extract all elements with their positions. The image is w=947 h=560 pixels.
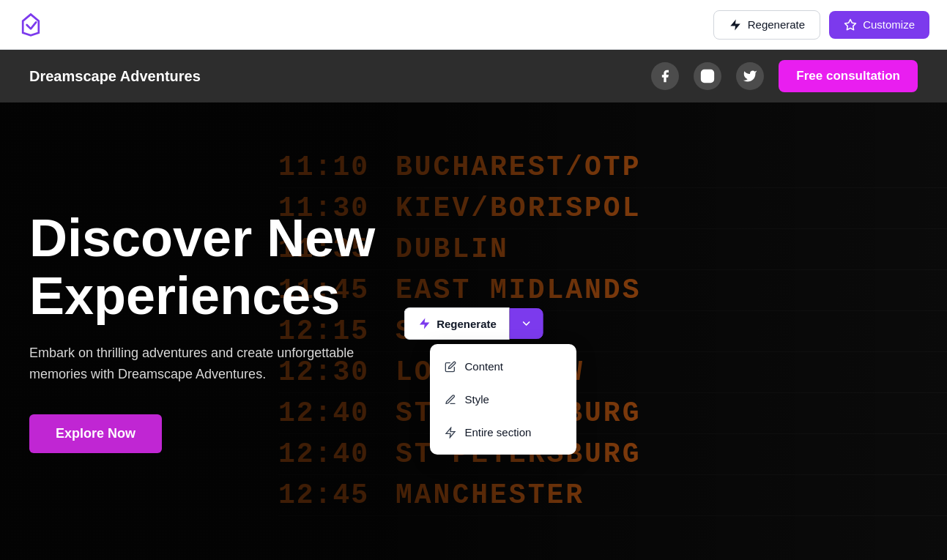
regenerate-button[interactable]: Regenerate (713, 10, 820, 40)
dropdown-item-style[interactable]: Style (430, 383, 576, 416)
dropdown-item-entire-section[interactable]: Entire section (430, 416, 576, 449)
twitter-icon (743, 69, 757, 83)
svg-marker-5 (446, 428, 455, 437)
free-consultation-button[interactable]: Free consultation (779, 60, 918, 92)
hero-subtitle: Embark on thrilling adventures and creat… (29, 343, 381, 385)
dropdown-item-style-label: Style (465, 393, 489, 406)
hero-section: 11:10 BUCHAREST/OTP 11:30 KIEV/BORISPOL … (0, 102, 947, 560)
dropdown-item-content[interactable]: Content (430, 350, 576, 383)
regen-main-button[interactable]: Regenerate (404, 307, 510, 340)
svg-point-2 (705, 74, 710, 79)
regen-label: Regenerate (437, 318, 497, 330)
lightning-icon (445, 427, 456, 438)
facebook-icon (658, 69, 672, 83)
twitter-link[interactable] (736, 62, 764, 90)
regen-chevron-button[interactable] (510, 308, 543, 339)
site-nav-right: Free consultation (651, 60, 918, 92)
regen-lightning-icon (417, 317, 431, 330)
svg-marker-0 (730, 19, 740, 30)
customize-button[interactable]: Customize (829, 11, 929, 39)
facebook-link[interactable] (651, 62, 679, 90)
instagram-icon (700, 69, 715, 83)
regen-dropdown-button: Regenerate (404, 307, 543, 340)
customize-label: Customize (863, 18, 915, 31)
free-consultation-label: Free consultation (796, 69, 900, 83)
site-brand: Dreamscape Adventures (29, 68, 201, 85)
style-icon (445, 394, 456, 406)
regen-dropdown-menu: Content Style Entire section (430, 344, 576, 455)
regenerate-label: Regenerate (748, 18, 805, 31)
edit-icon (445, 361, 456, 373)
logo (18, 12, 44, 38)
svg-marker-4 (419, 318, 429, 329)
toolbar: Regenerate Customize (0, 0, 947, 50)
regenerate-icon (729, 18, 742, 31)
hero-title: Discover New Experiences (29, 209, 395, 325)
toolbar-actions: Regenerate Customize (713, 10, 929, 40)
svg-point-3 (710, 72, 712, 74)
instagram-link[interactable] (694, 62, 721, 90)
site-nav: Dreamscape Adventures Free consultation (0, 50, 947, 102)
app-logo-icon (18, 12, 44, 38)
customize-icon (844, 18, 857, 31)
explore-now-button[interactable]: Explore Now (29, 414, 162, 453)
dropdown-item-content-label: Content (465, 360, 504, 373)
dropdown-item-entire-section-label: Entire section (465, 426, 532, 438)
chevron-down-icon (521, 318, 532, 329)
hero-content: Discover New Experiences Embark on thril… (0, 102, 425, 560)
